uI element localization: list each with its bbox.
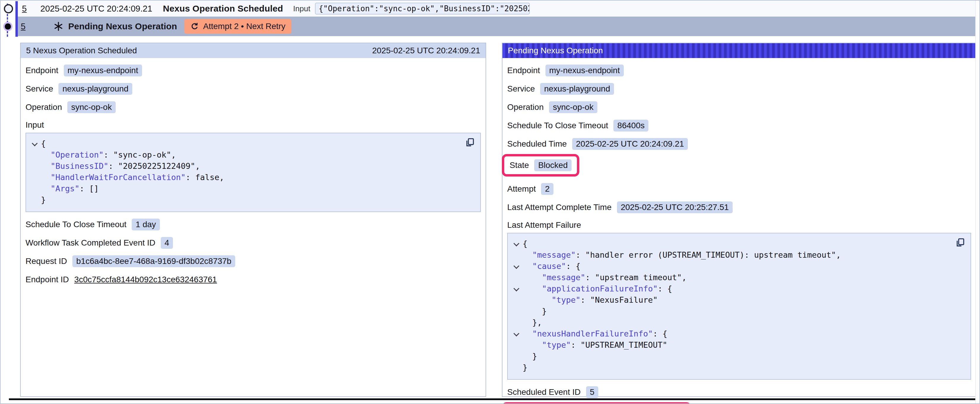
code-gutter bbox=[29, 183, 41, 194]
field-service: Service nexus-playground bbox=[25, 83, 481, 95]
code-line: "cause": { bbox=[510, 261, 967, 272]
pending-operation-panel: Pending Nexus Operation Endpoint my-nexu… bbox=[502, 43, 977, 397]
field-label: Schedule To Close Timeout bbox=[25, 220, 126, 229]
field-value-badge: my-nexus-endpoint bbox=[64, 65, 142, 76]
field-endpoint-id: Endpoint ID 3c0c75ccfa8144b092c13ce63246… bbox=[25, 274, 481, 285]
field-attempt: Attempt 2 bbox=[507, 183, 971, 195]
chevron-down-icon[interactable] bbox=[514, 331, 519, 336]
field-endpoint: Endpoint my-nexus-endpoint bbox=[25, 65, 481, 76]
field-schedule-to-close: Schedule To Close Timeout 86400s bbox=[507, 120, 971, 131]
code-line: } bbox=[510, 362, 967, 373]
field-label: Workflow Task Completed Event ID bbox=[25, 238, 156, 248]
code-gutter bbox=[29, 194, 41, 206]
timeline-event-marker-icon[interactable] bbox=[4, 4, 13, 13]
field-label: Operation bbox=[25, 103, 62, 112]
field-request-id: Request ID b1c6a4bc-8ee7-468a-9169-df3b0… bbox=[25, 255, 481, 267]
field-value-badge: sync-op-ok bbox=[549, 101, 597, 113]
field-value-badge: my-nexus-endpoint bbox=[546, 65, 624, 76]
chevron-down-icon[interactable] bbox=[514, 241, 519, 246]
field-value-badge: 5 bbox=[586, 386, 598, 398]
code-gutter bbox=[510, 272, 523, 283]
event-row-scheduled[interactable]: 5 2025-02-25 UTC 20:24:09.21 Nexus Opera… bbox=[18, 1, 979, 17]
pending-panel-header: Pending Nexus Operation bbox=[503, 43, 976, 58]
code-line: "Operation": "sync-op-ok", bbox=[29, 149, 477, 160]
timeline-pending-marker-icon[interactable] bbox=[5, 24, 11, 30]
workflow-history-screen: 5 2025-02-25 UTC 20:24:09.21 Nexus Opera… bbox=[0, 0, 980, 404]
attempt-retry-badge: Attempt 2 • Next Retry bbox=[184, 19, 291, 34]
event-name: Nexus Operation Scheduled bbox=[163, 3, 283, 14]
field-label: Service bbox=[507, 84, 535, 93]
field-label: Service bbox=[25, 84, 53, 93]
code-gutter bbox=[29, 149, 41, 160]
code-line: { bbox=[510, 238, 967, 249]
field-operation: Operation sync-op-ok bbox=[25, 101, 481, 113]
code-line: { bbox=[29, 138, 477, 149]
code-line: "applicationFailureInfo": { bbox=[510, 283, 967, 295]
chevron-down-icon[interactable] bbox=[514, 285, 519, 292]
code-line: "HandlerWaitForCancellation": false, bbox=[29, 172, 477, 183]
code-line: } bbox=[510, 351, 967, 362]
code-gutter bbox=[510, 339, 523, 351]
vertical-scrollbar[interactable] bbox=[975, 1, 979, 403]
retry-icon bbox=[190, 22, 199, 31]
event-input-label: Input bbox=[293, 4, 310, 13]
event-id-link[interactable]: 5 bbox=[22, 4, 32, 14]
code-gutter bbox=[510, 351, 523, 362]
collapse-toggle[interactable] bbox=[510, 261, 523, 272]
collapse-toggle[interactable] bbox=[510, 238, 523, 249]
state-value-badge: Blocked bbox=[534, 159, 571, 171]
blocked-reason-highlight-annotation: Blocked Reason The circuit breaker is op… bbox=[502, 402, 691, 404]
field-scheduled-time: Scheduled Time 2025-02-25 UTC 20:24:09.2… bbox=[507, 138, 971, 150]
copy-icon bbox=[955, 238, 965, 248]
pending-operation-name: Pending Nexus Operation bbox=[68, 21, 177, 32]
pending-asterisk-icon bbox=[53, 21, 64, 32]
field-label: State bbox=[509, 160, 529, 170]
chevron-down-icon[interactable] bbox=[32, 140, 38, 146]
code-gutter bbox=[510, 295, 523, 306]
field-scheduled-event-id: Scheduled Event ID 5 bbox=[507, 386, 971, 398]
collapse-toggle[interactable] bbox=[510, 328, 523, 339]
pending-operation-row[interactable]: 5 Pending Nexus Operation Attempt 2 • Ne… bbox=[18, 17, 979, 36]
field-value-badge: nexus-playground bbox=[59, 83, 132, 95]
event-detail-timestamp: 2025-02-25 UTC 20:24:09.21 bbox=[372, 46, 480, 55]
code-gutter bbox=[510, 362, 523, 373]
field-wft-completed-event-id: Workflow Task Completed Event ID 4 bbox=[25, 237, 481, 249]
code-gutter bbox=[510, 306, 523, 317]
collapse-toggle[interactable] bbox=[510, 283, 523, 295]
field-label: Scheduled Time bbox=[507, 139, 567, 149]
event-input-preview-chip[interactable]: {"Operation":"sync-op-ok","BusinessID":"… bbox=[315, 3, 530, 14]
code-line: "BusinessID": "20250225122409", bbox=[29, 160, 477, 172]
field-value-badge: 1 day bbox=[132, 219, 160, 230]
copy-icon bbox=[465, 138, 475, 147]
field-operation: Operation sync-op-ok bbox=[507, 101, 971, 113]
copy-button[interactable] bbox=[955, 238, 965, 248]
chevron-down-icon[interactable] bbox=[514, 263, 519, 269]
field-last-attempt-complete-time: Last Attempt Complete Time 2025-02-25 UT… bbox=[507, 201, 971, 213]
collapse-toggle[interactable] bbox=[29, 138, 41, 149]
field-endpoint: Endpoint my-nexus-endpoint bbox=[507, 65, 971, 76]
pending-panel-title: Pending Nexus Operation bbox=[508, 46, 603, 55]
field-label: Request ID bbox=[25, 257, 67, 266]
field-value-badge: nexus-playground bbox=[540, 83, 614, 95]
code-line: } bbox=[29, 194, 477, 206]
failure-section-label: Last Attempt Failure bbox=[507, 220, 971, 230]
field-service: Service nexus-playground bbox=[507, 83, 971, 95]
input-section-label: Input bbox=[25, 120, 481, 130]
bottom-divider-line bbox=[9, 398, 977, 400]
field-label: Last Attempt Complete Time bbox=[507, 203, 612, 212]
code-gutter bbox=[29, 160, 41, 172]
event-detail-title: 5 Nexus Operation Scheduled bbox=[26, 46, 137, 55]
code-line: "type": "NexusFailure" bbox=[510, 295, 967, 306]
endpoint-id-link[interactable]: 3c0c75ccfa8144b092c13ce632463761 bbox=[74, 275, 217, 284]
field-value-badge: b1c6a4bc-8ee7-468a-9169-df3b02c8737b bbox=[72, 255, 235, 267]
code-line: "message": "upstream timeout", bbox=[510, 272, 967, 283]
event-detail-panel: 5 Nexus Operation Scheduled 2025-02-25 U… bbox=[20, 43, 486, 397]
field-label: Attempt bbox=[507, 184, 536, 194]
field-label: Scheduled Event ID bbox=[507, 387, 581, 397]
code-line: "nexusHandlerFailureInfo": { bbox=[510, 328, 967, 339]
copy-button[interactable] bbox=[465, 138, 475, 147]
field-value-badge: sync-op-ok bbox=[67, 101, 116, 113]
failure-json-viewer: { "message": "handler error (UPSTREAM_TI… bbox=[507, 233, 971, 380]
field-value-badge: 86400s bbox=[613, 120, 648, 131]
pending-id-link[interactable]: 5 bbox=[21, 22, 31, 32]
